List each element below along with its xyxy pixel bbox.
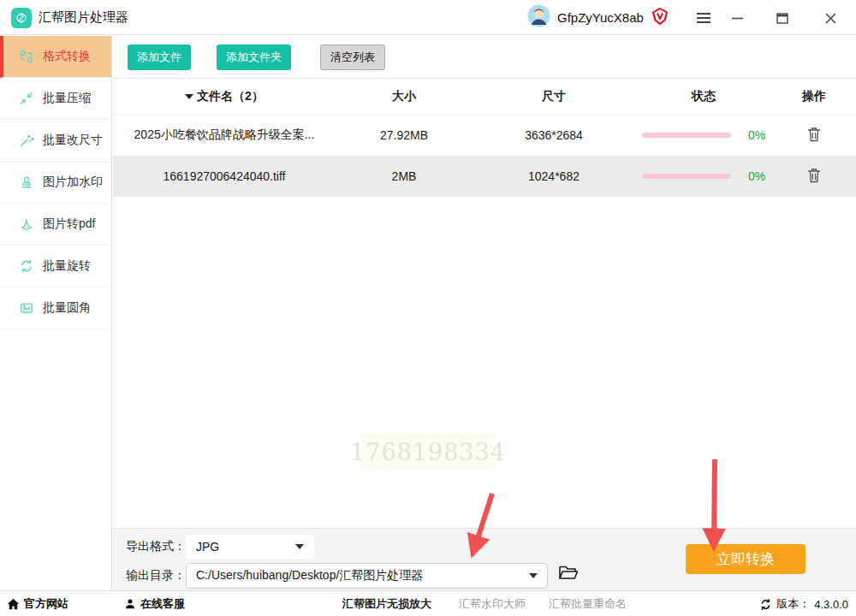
sidebar-item-label: 图片转pdf (43, 216, 95, 232)
file-size: 2MB (336, 169, 473, 183)
maximize-button[interactable] (770, 5, 795, 31)
sidebar-item-label: 批量圆角 (43, 300, 91, 316)
product-link-watermark-master[interactable]: 汇帮水印大师 (459, 591, 526, 616)
table-row[interactable]: 2025小吃餐饮品牌战略升级全案... 27.92MB 3636*2684 0% (113, 115, 856, 156)
update-refresh-icon (759, 598, 772, 611)
clear-list-button[interactable]: 清空列表 (320, 44, 385, 70)
user-account[interactable]: GfpZyYucX8ab (527, 0, 669, 35)
sort-down-icon (185, 94, 193, 99)
toolbar: 添加文件 添加文件夹 清空列表 (113, 36, 856, 79)
image-to-pdf-icon (19, 216, 34, 232)
export-format-select[interactable]: JPG (186, 535, 314, 559)
file-actions (772, 166, 856, 187)
username-label: GfpZyYucX8ab (557, 10, 644, 25)
version-info[interactable]: 版本：4.3.0.0 (759, 591, 848, 616)
sidebar-item-batch-compress[interactable]: 批量压缩 (0, 78, 111, 120)
output-dir-label: 输出目录： (126, 568, 186, 583)
add-file-button[interactable]: 添加文件 (128, 44, 191, 70)
progress-percent: 0% (748, 169, 765, 183)
file-table-header: 文件名（2） 大小 尺寸 状态 操作 (113, 79, 856, 115)
official-site-link[interactable]: 官方网站 (7, 591, 68, 616)
file-name: 1661927006424040.tiff (113, 169, 336, 183)
app-brand: 汇帮图片处理器 (11, 0, 128, 35)
sidebar-item-format-convert[interactable]: 格式转换 (0, 36, 111, 78)
file-status: 0% (635, 128, 772, 142)
close-button[interactable] (817, 5, 843, 31)
chevron-down-icon (295, 544, 304, 549)
progress-percent: 0% (748, 128, 765, 142)
app-window: 汇帮图片处理器 GfpZyYucX8ab (0, 0, 856, 616)
progress-bar (642, 174, 731, 179)
status-bar: 官方网站 在线客服 汇帮图片无损放大 汇帮水印大师 汇帮批量重命名 版本：4.3… (0, 590, 856, 616)
product-link-batch-rename[interactable]: 汇帮批量重命名 (549, 591, 627, 616)
minimize-button[interactable] (724, 5, 750, 31)
file-dimensions: 1024*682 (473, 169, 635, 183)
batch-resize-icon (19, 133, 34, 148)
vip-badge-icon[interactable] (651, 7, 669, 29)
sidebar-item-label: 图片加水印 (43, 175, 103, 190)
progress-bar (642, 133, 731, 138)
sidebar-item-label: 格式转换 (43, 49, 91, 64)
customer-service-link[interactable]: 在线客服 (124, 591, 185, 616)
rounded-corner-icon (19, 300, 34, 316)
sidebar-nav: 格式转换 批量压缩 批量改尺寸 (0, 36, 112, 590)
product-link-lossless-enlarge[interactable]: 汇帮图片无损放大 (342, 591, 431, 616)
app-logo-icon (11, 8, 32, 28)
sidebar-item-rounded-corners[interactable]: 批量圆角 (0, 287, 111, 329)
column-action: 操作 (772, 89, 856, 104)
output-dir-input[interactable]: C:/Users/huibang/Desktop/汇帮图片处理器 (186, 563, 548, 589)
column-status: 状态 (635, 89, 772, 104)
sidebar-item-batch-rotate[interactable]: 批量旋转 (0, 246, 111, 287)
version-label: 版本： (776, 596, 810, 612)
sidebar-item-label: 批量改尺寸 (43, 133, 103, 148)
menu-icon[interactable] (691, 5, 716, 31)
browse-folder-icon[interactable] (558, 565, 579, 584)
add-folder-button[interactable]: 添加文件夹 (217, 44, 291, 70)
column-size: 大小 (336, 89, 473, 104)
format-convert-icon (19, 49, 34, 64)
main-panel: 添加文件 添加文件夹 清空列表 文件名（2） 大小 尺寸 状态 操作 2025小… (113, 36, 856, 590)
person-icon (124, 598, 136, 610)
sidebar-item-label: 批量压缩 (43, 91, 91, 106)
delete-file-icon[interactable] (805, 166, 823, 187)
watermark-stamp-icon (19, 175, 34, 190)
chevron-down-icon (529, 573, 538, 578)
output-dir-value: C:/Users/huibang/Desktop/汇帮图片处理器 (196, 568, 423, 583)
batch-rotate-icon (19, 258, 34, 274)
app-title: 汇帮图片处理器 (39, 9, 128, 26)
sidebar-item-add-watermark[interactable]: 图片加水印 (0, 162, 111, 204)
sidebar-item-label: 批量旋转 (43, 258, 91, 274)
export-format-label: 导出格式： (126, 539, 186, 554)
export-format-value: JPG (196, 540, 219, 554)
table-row[interactable]: 1661927006424040.tiff 2MB 1024*682 0% (113, 156, 856, 197)
trial-watermark: 1768198334 (361, 433, 495, 471)
convert-now-button[interactable]: 立即转换 (686, 544, 805, 574)
file-actions (772, 125, 856, 146)
column-dimensions: 尺寸 (473, 89, 635, 104)
file-status: 0% (635, 169, 772, 183)
delete-file-icon[interactable] (805, 125, 823, 146)
file-dimensions: 3636*2684 (473, 128, 635, 142)
sidebar-item-batch-resize[interactable]: 批量改尺寸 (0, 120, 111, 162)
home-icon (7, 598, 20, 610)
file-name: 2025小吃餐饮品牌战略升级全案... (113, 127, 336, 143)
column-filename[interactable]: 文件名（2） (113, 89, 336, 104)
file-size: 27.92MB (336, 128, 473, 142)
sidebar-item-image-to-pdf[interactable]: 图片转pdf (0, 204, 111, 246)
output-settings-panel: 导出格式： JPG 输出目录： C:/Users/huibang/Desktop… (113, 528, 856, 590)
title-bar: 汇帮图片处理器 GfpZyYucX8ab (0, 0, 856, 35)
user-avatar[interactable] (527, 4, 550, 31)
version-value: 4.3.0.0 (814, 598, 848, 611)
batch-compress-icon (19, 91, 34, 106)
